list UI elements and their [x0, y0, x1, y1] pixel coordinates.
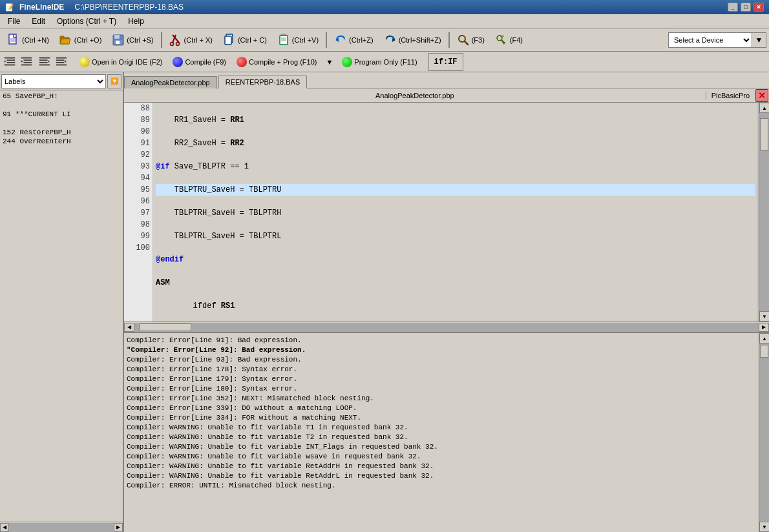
outdent2-button[interactable]	[54, 55, 68, 69]
left-panel-scrollbar: ◀ ▶	[0, 522, 123, 532]
svg-rect-39	[39, 62, 48, 63]
output-line: Compiler: Error[Line 93]: Bad expression…	[127, 355, 756, 365]
list-item[interactable]	[1, 101, 121, 110]
list-item[interactable]: 244 OverReEnterH	[1, 137, 121, 146]
editor-hscroll[interactable]: ◀ ▶	[124, 322, 769, 332]
left-scroll-left[interactable]: ◀	[0, 523, 9, 532]
editor-vscroll[interactable]: ▲ ▼	[759, 103, 769, 322]
hscroll-right[interactable]: ▶	[759, 323, 769, 332]
tab-analog[interactable]: AnalogPeakDetector.pbp	[124, 76, 217, 88]
device-dropdown[interactable]: Select a Device	[668, 32, 752, 48]
list-item[interactable]	[1, 119, 121, 128]
save-label: (Ctrl +S)	[127, 36, 153, 44]
outdent1-button[interactable]	[37, 55, 52, 69]
svg-marker-46	[65, 60, 67, 63]
compile-icon	[173, 57, 183, 67]
close-button[interactable]: ✕	[753, 3, 764, 12]
output-content[interactable]: Compiler: Error[Line 91]: Bad expression…	[124, 333, 759, 532]
list-item[interactable]: 91 ***CURRENT LI	[1, 110, 121, 119]
svg-rect-34	[23, 62, 32, 63]
window-controls: _ □ ✕	[728, 3, 764, 12]
svg-rect-32	[21, 57, 32, 58]
output-line: Compiler: WARNING: Unable to fit variabl…	[127, 462, 756, 471]
output-line: Compiler: Error[Line 179]: Syntax error.	[127, 374, 756, 384]
hscroll-left[interactable]: ◀	[124, 323, 134, 332]
maximize-button[interactable]: □	[741, 3, 751, 12]
compile-button[interactable]: Compile (F9)	[168, 53, 231, 71]
redo-button[interactable]: (Ctrl+Shift+Z)	[379, 31, 446, 49]
left-scroll-track[interactable]	[9, 523, 114, 532]
code-line: TBLPTRH_SaveH = TBLPTRH	[156, 207, 755, 219]
cut-label: (Ctrl + X)	[184, 36, 213, 44]
indent2-button[interactable]	[19, 55, 34, 69]
editor-filename: AnalogPeakDetector.pbp	[124, 92, 706, 99]
copy-button[interactable]: (Ctrl + C)	[218, 31, 271, 49]
left-panel-header: Labels 🔽	[0, 72, 123, 90]
paste-icon	[277, 34, 290, 46]
output-panel: Compiler: Error[Line 91]: Bad expression…	[124, 332, 769, 532]
sep3	[448, 32, 450, 48]
editor-tabs: AnalogPeakDetector.pbp REENTERPBP-18.BAS	[124, 72, 769, 88]
device-dropdown-arrow[interactable]: ▼	[752, 32, 766, 48]
compile-prog-dropdown[interactable]: ▼	[322, 53, 336, 71]
menu-help[interactable]: Help	[123, 15, 149, 27]
line-numbers: 88 89 90 91 92 93 94 95 96 97 98 99 100	[124, 103, 153, 322]
find-button[interactable]: (F3)	[452, 31, 489, 49]
label-filter-dropdown[interactable]: Labels	[1, 74, 106, 88]
hscroll-track[interactable]	[134, 323, 759, 332]
svg-rect-7	[114, 35, 120, 39]
app-name: FineLineIDE	[19, 3, 64, 12]
output-line: Compiler: ERROR: UNTIL: Mismatched block…	[127, 481, 756, 491]
vscroll-up[interactable]: ▲	[759, 103, 769, 113]
new-button[interactable]: (Ctrl +N)	[3, 31, 54, 49]
save-button[interactable]: (Ctrl +S)	[107, 31, 158, 49]
svg-rect-29	[6, 62, 15, 63]
code-line: @ if Save_TBLPTR == 1	[156, 161, 755, 172]
sep2	[326, 32, 327, 48]
output-line: Compiler: WARNING: Unable to fit variabl…	[127, 423, 756, 433]
if-label: if:IF	[434, 57, 458, 66]
list-item[interactable]: 65 SavePBP_H:	[1, 92, 121, 101]
code-editor[interactable]: RR1_SaveH = RR1 RR2_SaveH = RR2 @ if Sav…	[153, 103, 757, 322]
vscroll-down[interactable]: ▼	[759, 311, 769, 322]
editor-lang: PicBasicPro	[706, 92, 755, 99]
code-line: RR2_SaveH = RR2	[156, 138, 755, 149]
left-scroll-right[interactable]: ▶	[114, 523, 123, 532]
code-line: ifdef RS1	[156, 300, 755, 312]
program-only-button[interactable]: Program Only (F11)	[337, 53, 421, 71]
open-button[interactable]: (Ctrl +O)	[55, 31, 106, 49]
open-origi-button[interactable]: Open in Origi IDE (F2)	[75, 53, 167, 71]
menu-options[interactable]: Options (Ctrl + T)	[52, 15, 121, 27]
editor-close-button[interactable]: ✕	[755, 89, 768, 102]
compile-prog-button[interactable]: Compile + Prog (F10)	[232, 53, 321, 71]
svg-line-24	[465, 41, 468, 45]
redo-label: (Ctrl+Shift+Z)	[399, 36, 441, 44]
svg-marker-41	[48, 60, 50, 63]
indent1-button[interactable]	[3, 55, 17, 69]
svg-rect-35	[21, 64, 32, 65]
output-vscroll-up[interactable]: ▲	[759, 333, 769, 343]
output-vscroll-down[interactable]: ▼	[759, 522, 769, 532]
paste-button[interactable]: (Ctrl +V)	[273, 31, 323, 49]
svg-rect-43	[56, 59, 65, 61]
tab-reenter[interactable]: REENTERPBP-18.BAS	[218, 76, 308, 88]
hscroll-thumb[interactable]	[140, 323, 191, 331]
replace-button[interactable]: (F4)	[490, 31, 527, 49]
svg-marker-36	[21, 60, 23, 63]
cut-button[interactable]: (Ctrl + X)	[165, 31, 217, 49]
line-num: 93	[127, 161, 150, 172]
label-filter-button[interactable]: 🔽	[107, 74, 121, 88]
svg-rect-37	[39, 57, 50, 58]
vscroll-track[interactable]	[759, 113, 769, 311]
minimize-button[interactable]: _	[728, 3, 738, 12]
menu-file[interactable]: File	[3, 15, 25, 27]
vscroll-thumb[interactable]	[760, 118, 768, 150]
output-vscroll[interactable]: ▲ ▼	[759, 333, 769, 532]
svg-rect-9	[116, 41, 120, 44]
list-item[interactable]: 152 RestorePBP_H	[1, 128, 121, 137]
menu-edit[interactable]: Edit	[26, 15, 50, 27]
undo-button[interactable]: (Ctrl+Z)	[330, 31, 378, 49]
device-selector: Select a Device ▼	[668, 32, 766, 48]
if-construct-button[interactable]: if:IF	[428, 53, 463, 71]
svg-point-13	[176, 42, 179, 45]
